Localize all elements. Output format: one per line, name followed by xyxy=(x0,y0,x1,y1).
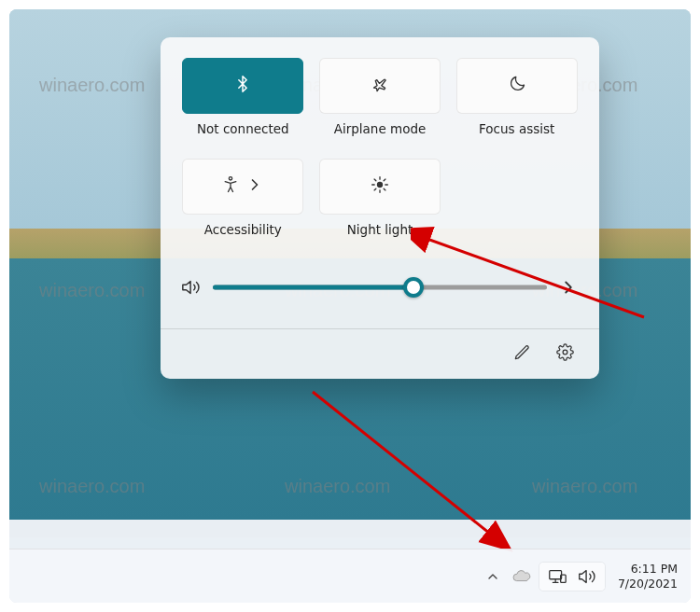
focus-assist-tile[interactable] xyxy=(456,58,578,114)
settings-button[interactable] xyxy=(547,339,582,370)
desktop-wallpaper: winaero.com winaero.com winaero.com wina… xyxy=(9,9,691,603)
svg-line-6 xyxy=(374,179,376,181)
airplane-mode-tile[interactable] xyxy=(319,58,441,114)
quick-settings-panel: Not connected Airplane mode Focus assist xyxy=(161,37,599,379)
volume-flyout-button[interactable] xyxy=(558,277,579,298)
svg-point-11 xyxy=(563,350,567,355)
bluetooth-label: Not connected xyxy=(197,121,289,136)
svg-line-8 xyxy=(374,188,376,190)
taskbar-time: 6:11 PM xyxy=(618,562,678,577)
taskbar-clock[interactable]: 6:11 PM 7/20/2021 xyxy=(618,562,678,591)
speaker-icon[interactable] xyxy=(181,277,202,298)
tiles-grid: Not connected Airplane mode Focus assist xyxy=(181,58,579,250)
svg-point-1 xyxy=(377,183,382,188)
svg-line-7 xyxy=(384,188,385,190)
pencil-icon xyxy=(513,343,531,365)
volume-row xyxy=(181,269,579,306)
bluetooth-tile[interactable] xyxy=(182,58,303,114)
taskbar-date: 7/20/2021 xyxy=(618,577,678,591)
tile-wrap-accessibility: Accessibility xyxy=(181,159,305,250)
svg-line-9 xyxy=(384,179,385,181)
slider-fill xyxy=(213,285,413,290)
tile-wrap-airplane: Airplane mode xyxy=(318,58,442,149)
svg-rect-16 xyxy=(550,570,562,578)
system-tray-button[interactable] xyxy=(539,563,605,591)
taskbar: 6:11 PM 7/20/2021 xyxy=(9,549,691,603)
svg-marker-20 xyxy=(580,570,586,582)
edit-quick-settings-button[interactable] xyxy=(504,339,539,370)
accessibility-label: Accessibility xyxy=(204,222,282,237)
slider-thumb[interactable] xyxy=(403,277,424,298)
gear-icon xyxy=(556,343,574,365)
brightness-icon xyxy=(371,175,389,198)
tile-wrap-nightlight: Night light xyxy=(318,159,442,250)
accessibility-icon xyxy=(221,175,240,198)
panel-footer xyxy=(161,328,599,379)
night-light-label: Night light xyxy=(347,222,413,237)
chevron-right-icon xyxy=(245,175,264,198)
airplane-mode-label: Airplane mode xyxy=(334,121,427,136)
bluetooth-icon xyxy=(233,75,252,97)
airplane-icon xyxy=(371,75,389,97)
moon-icon xyxy=(508,75,526,97)
tray-overflow-button[interactable] xyxy=(485,569,500,584)
accessibility-tile[interactable] xyxy=(182,159,303,215)
volume-tray-icon xyxy=(577,566,597,587)
svg-marker-10 xyxy=(183,282,190,294)
onedrive-tray-icon[interactable] xyxy=(511,566,532,587)
tile-wrap-focus: Focus assist xyxy=(455,58,579,149)
focus-assist-label: Focus assist xyxy=(479,121,554,136)
night-light-tile[interactable] xyxy=(319,159,441,215)
network-tray-icon xyxy=(547,566,567,587)
svg-point-0 xyxy=(230,177,232,180)
tile-wrap-bluetooth: Not connected xyxy=(181,58,305,149)
volume-slider[interactable] xyxy=(213,276,547,299)
